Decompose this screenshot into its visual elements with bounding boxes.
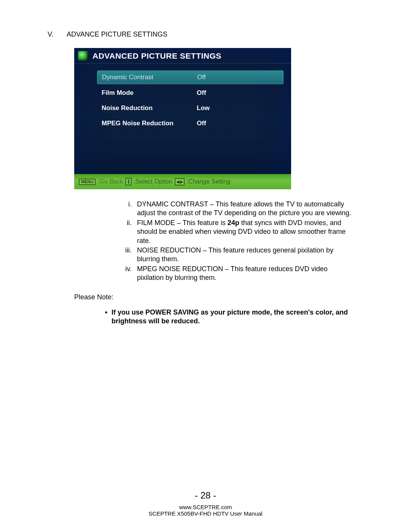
note-bullet: • If you use POWER SAVING as your pictur… xyxy=(101,308,352,326)
go-back-label: :Go Back xyxy=(98,178,123,185)
page-number: - 28 - xyxy=(0,490,411,501)
page-footer: - 28 - www.SCEPTRE.com SCEPTRE X505BV-FH… xyxy=(0,490,411,517)
bullet-icon: • xyxy=(101,308,112,326)
osd-label: MPEG Noise Reduction xyxy=(102,120,197,127)
osd-value: Off xyxy=(197,120,279,127)
footer-doc-title: SCEPTRE X505BV-FHD HDTV User Manual xyxy=(0,510,411,517)
section-numeral: V. xyxy=(48,30,67,38)
definition-item: iii. NOISE REDUCTION – This feature redu… xyxy=(122,246,354,264)
osd-value: Off xyxy=(197,89,279,97)
def-text: FILM MODE – This feature is 24p that syn… xyxy=(137,219,354,245)
def-text: NOISE REDUCTION – This feature reduces g… xyxy=(137,246,354,264)
def-numeral: iv. xyxy=(122,265,137,283)
osd-label: Film Mode xyxy=(102,89,197,97)
osd-label: Dynamic Contrast xyxy=(102,73,197,81)
osd-title: ADVANCED PICTURE SETTINGS xyxy=(92,51,221,61)
select-option-label: :Select Option xyxy=(134,178,172,185)
osd-row-noise-reduction: Noise Reduction Low xyxy=(97,102,284,115)
updown-arrows-icon: ▲▼ xyxy=(125,178,132,185)
sceptre-logo-icon xyxy=(78,51,88,61)
osd-row-dynamic-contrast: Dynamic Contrast Off xyxy=(97,70,284,84)
osd-footer: MENU :Go Back ▲▼ :Select Option ◀▶ :Chan… xyxy=(74,174,291,189)
osd-header: ADVANCED PICTURE SETTINGS xyxy=(74,48,291,64)
definitions-list: i. DYNAMIC CONTRAST – This feature allow… xyxy=(122,200,354,283)
osd-screenshot: ADVANCED PICTURE SETTINGS Dynamic Contra… xyxy=(74,48,291,189)
def-text: MPEG NOISE REDUCTION – This feature redu… xyxy=(137,265,354,283)
def-numeral: ii. xyxy=(122,219,137,245)
section-title: ADVANCE PICTURE SETTINGS xyxy=(67,30,167,38)
definition-item: iv. MPEG NOISE REDUCTION – This feature … xyxy=(122,265,354,283)
def-numeral: iii. xyxy=(122,246,137,264)
osd-label: Noise Reduction xyxy=(102,104,197,112)
leftright-arrows-icon: ◀▶ xyxy=(175,178,185,185)
def-text: DYNAMIC CONTRAST – This feature allows t… xyxy=(137,200,354,218)
bullet-text: If you use POWER SAVING as your picture … xyxy=(112,308,352,326)
osd-value: Low xyxy=(197,104,279,112)
def-numeral: i. xyxy=(122,200,137,218)
definition-item: i. DYNAMIC CONTRAST – This feature allow… xyxy=(122,200,354,218)
section-heading: V. ADVANCE PICTURE SETTINGS xyxy=(48,30,365,38)
definition-item: ii. FILM MODE – This feature is 24p that… xyxy=(122,219,354,245)
menu-key-icon: MENU xyxy=(79,179,96,185)
footer-url: www.SCEPTRE.com xyxy=(0,504,411,510)
osd-body: Dynamic Contrast Off Film Mode Off Noise… xyxy=(74,64,291,174)
osd-value: Off xyxy=(197,73,279,81)
please-note-label: Please Note: xyxy=(74,293,365,301)
osd-row-film-mode: Film Mode Off xyxy=(97,86,284,99)
change-setting-label: :Change Setting xyxy=(187,178,231,185)
osd-row-mpeg-noise-reduction: MPEG Noise Reduction Off xyxy=(97,117,284,130)
